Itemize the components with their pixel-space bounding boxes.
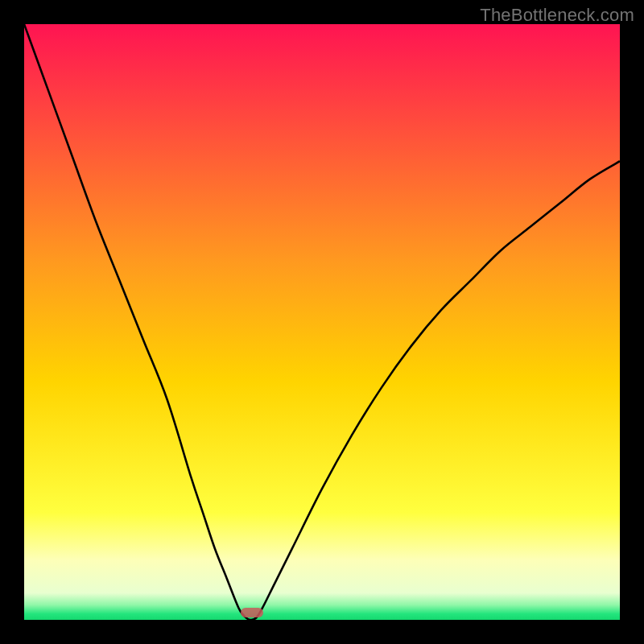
plot-area <box>24 24 620 620</box>
chart-frame: TheBottleneck.com <box>0 0 644 644</box>
gradient-fill <box>24 24 620 620</box>
watermark-text: TheBottleneck.com <box>480 5 634 26</box>
minimum-marker <box>241 608 263 617</box>
